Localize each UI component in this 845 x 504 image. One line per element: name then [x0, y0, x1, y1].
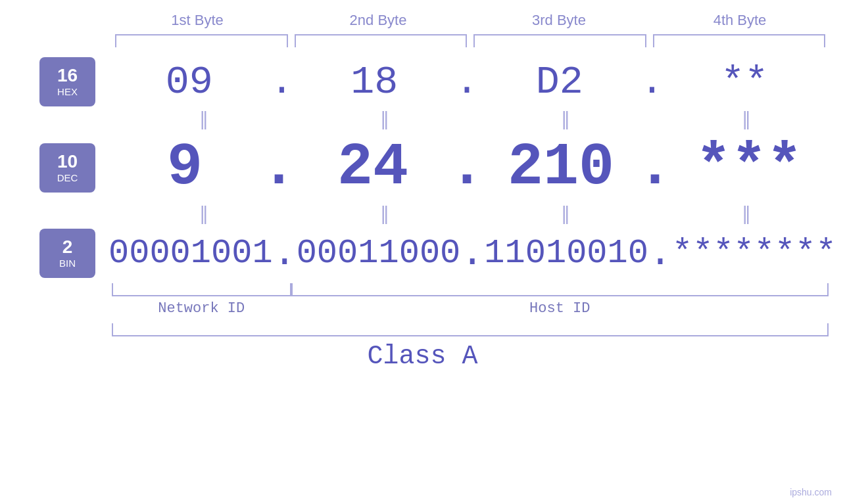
bin-b1: 00001001 [109, 234, 273, 273]
hex-b4: ** [664, 60, 825, 104]
eq2-1: ‖ [114, 201, 295, 225]
network-id-label: Network ID [112, 300, 291, 317]
hex-b1: 09 [109, 60, 270, 104]
dec-badge: 10 DEC [39, 143, 95, 193]
byte3-header: 3rd Byte [469, 7, 650, 34]
bin-row: 2 BIN 00001001 . 00011000 . 11010010 . *… [0, 229, 845, 278]
hex-b2: 18 [294, 60, 455, 104]
bin-d2: . [460, 231, 484, 276]
bottom-brackets [112, 283, 829, 296]
dec-b4: *** [673, 134, 825, 201]
hex-d2: . [455, 60, 479, 104]
eq2-3: ‖ [475, 201, 656, 225]
hex-row: 16 HEX 09 . 18 . D2 . ** [0, 57, 845, 106]
eq1-1: ‖ [114, 106, 295, 131]
class-a-label: Class A [367, 342, 477, 371]
hex-d3: . [640, 60, 664, 104]
equals-row-2: ‖ ‖ ‖ ‖ [114, 201, 837, 225]
bracket-2 [295, 34, 468, 47]
dec-badge-label: DEC [57, 172, 78, 183]
bottom-bracket-host [291, 283, 829, 296]
hex-badge: 16 HEX [39, 57, 95, 106]
hex-values: 09 . 18 . D2 . ** [95, 60, 838, 104]
eq1-3: ‖ [475, 106, 656, 131]
bracket-4 [653, 34, 826, 47]
dec-d1: . [261, 134, 297, 201]
class-bracket [112, 323, 829, 336]
bin-b4: ******** [672, 234, 836, 273]
eq1-2: ‖ [295, 106, 475, 131]
id-labels-row: Network ID Host ID [112, 300, 829, 317]
hex-badge-label: HEX [57, 86, 78, 97]
byte4-header: 4th Byte [650, 7, 831, 34]
byte1-header: 1st Byte [107, 7, 288, 34]
dec-b1: 9 [109, 134, 261, 201]
host-id-label: Host ID [291, 300, 829, 317]
top-brackets [112, 34, 829, 47]
bottom-bracket-net [112, 283, 291, 296]
byte-headers: 1st Byte 2nd Byte 3rd Byte 4th Byte [107, 7, 831, 34]
dec-badge-num: 10 [57, 152, 78, 171]
byte2-header: 2nd Byte [288, 7, 469, 34]
bin-badge-label: BIN [59, 258, 76, 269]
hex-b3: D2 [479, 60, 640, 104]
bin-d3: . [648, 231, 672, 276]
hex-d1: . [270, 60, 293, 104]
bin-d1: . [273, 231, 297, 276]
dec-d3: . [637, 134, 673, 201]
eq1-4: ‖ [656, 106, 837, 131]
bin-badge-num: 2 [62, 238, 73, 256]
class-label-row: Class A [0, 336, 845, 377]
hex-badge-num: 16 [57, 66, 78, 85]
eq2-2: ‖ [295, 201, 475, 225]
dec-b3: 210 [485, 134, 637, 201]
eq2-4: ‖ [656, 201, 837, 225]
dec-values: 9 . 24 . 210 . *** [95, 134, 838, 201]
main-container: 1st Byte 2nd Byte 3rd Byte 4th Byte 16 H… [0, 0, 845, 504]
watermark: ipshu.com [790, 487, 832, 497]
bin-b3: 11010010 [484, 234, 648, 273]
equals-row-1: ‖ ‖ ‖ ‖ [114, 106, 837, 131]
bin-b2: 00011000 [297, 234, 461, 273]
dec-row: 10 DEC 9 . 24 . 210 . *** [0, 134, 845, 201]
dec-b2: 24 [297, 134, 449, 201]
bin-badge: 2 BIN [39, 229, 95, 278]
dec-d2: . [449, 134, 485, 201]
bracket-1 [115, 34, 288, 47]
bracket-3 [473, 34, 646, 47]
bin-values: 00001001 . 00011000 . 11010010 . *******… [95, 231, 845, 276]
